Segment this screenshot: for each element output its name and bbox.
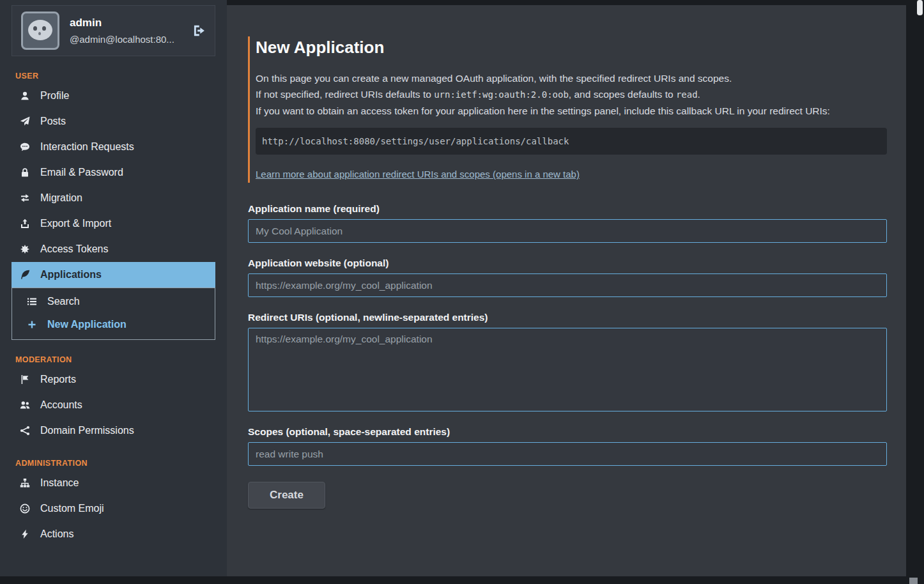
sidebar-item-label: Domain Permissions	[40, 425, 134, 436]
applications-submenu: Search New Application	[12, 288, 215, 340]
sidebar-item-label: Search	[47, 296, 80, 307]
intro-line-3: If you want to obtain an access token fo…	[256, 103, 887, 119]
sidebar-item-domain-permissions[interactable]: Domain Permissions	[12, 418, 215, 443]
intro-line-2-text-a: If not specified, redirect URIs defaults…	[256, 89, 434, 100]
sidebar-nav-administration: Instance Custom Emoji Actions	[12, 470, 215, 547]
sidebar-item-label: Custom Emoji	[40, 503, 104, 514]
section-label-administration: ADMINISTRATION	[15, 459, 215, 468]
scrollbar-thumb[interactable]	[917, 0, 923, 15]
sidebar-nav-user: Profile Posts Interaction Requests Email…	[12, 83, 215, 340]
redirect-uris-field-group: Redirect URIs (optional, newline-separat…	[248, 312, 887, 411]
sidebar-item-migration[interactable]: Migration	[12, 185, 215, 211]
comment-icon	[19, 142, 31, 152]
sidebar-item-interaction-requests[interactable]: Interaction Requests	[12, 134, 215, 160]
lock-icon	[19, 167, 31, 178]
scopes-input[interactable]	[248, 442, 887, 466]
page-title: New Application	[256, 38, 887, 58]
paper-plane-icon	[19, 116, 31, 127]
sidebar-item-label: Export & Import	[40, 218, 111, 229]
user-icon	[19, 91, 31, 101]
scopes-label: Scopes (optional, space-separated entrie…	[248, 426, 887, 438]
callback-url-code-block[interactable]: http://localhost:8080/settings/user/appl…	[256, 128, 887, 155]
scrollbar-corner	[909, 578, 918, 584]
sidebar-item-actions[interactable]: Actions	[12, 521, 215, 547]
application-name-field-group: Application name (required)	[248, 203, 887, 243]
share-nodes-icon	[19, 426, 31, 436]
export-import-icon	[19, 219, 31, 229]
sidebar-item-label: Email & Password	[40, 167, 123, 178]
page-intro: New Application On this page you can cre…	[248, 36, 887, 183]
sidebar-item-label: Instance	[40, 477, 79, 489]
sidebar-item-label: Reports	[40, 374, 76, 385]
user-name: admin	[70, 17, 174, 29]
bolt-icon	[19, 529, 31, 539]
sidebar-item-label: Access Tokens	[40, 243, 108, 255]
intro-line-2: If not specified, redirect URIs defaults…	[256, 86, 887, 103]
redirect-uris-label: Redirect URIs (optional, newline-separat…	[248, 312, 887, 323]
main-content: New Application On this page you can cre…	[227, 5, 906, 576]
user-handle: @admin@localhost:80...	[70, 34, 174, 45]
section-label-user: USER	[15, 72, 215, 81]
sidebar-item-label: Migration	[40, 192, 82, 204]
section-label-moderation: MODERATION	[15, 355, 215, 364]
learn-more-link[interactable]: Learn more about application redirect UR…	[256, 169, 580, 180]
user-card[interactable]: admin @admin@localhost:80...	[12, 5, 215, 56]
sidebar-item-accounts[interactable]: Accounts	[12, 392, 215, 418]
redirect-uris-textarea[interactable]	[248, 328, 887, 411]
avatar	[21, 12, 59, 50]
intro-line-2-text-b: , and scopes defaults to	[569, 89, 676, 100]
exchange-arrows-icon	[19, 193, 31, 203]
application-name-label: Application name (required)	[248, 203, 887, 215]
sidebar-item-new-application[interactable]: New Application	[12, 313, 215, 336]
application-website-label: Application website (optional)	[248, 257, 887, 269]
intro-line-2-text-c: .	[698, 89, 700, 100]
inline-code-read: read	[676, 89, 698, 100]
flag-icon	[19, 374, 31, 385]
sidebar-item-label: New Application	[47, 319, 127, 330]
list-icon	[26, 296, 38, 307]
create-button[interactable]: Create	[248, 482, 325, 509]
app-window: admin @admin@localhost:80... USER Profil…	[0, 0, 924, 584]
sidebar-item-email-password[interactable]: Email & Password	[12, 160, 215, 185]
sidebar-item-custom-emoji[interactable]: Custom Emoji	[12, 496, 215, 521]
sidebar-item-applications[interactable]: Applications	[12, 262, 215, 288]
intro-line-1: On this page you can create a new manage…	[256, 70, 887, 86]
users-icon	[19, 400, 31, 410]
sidebar-item-access-tokens[interactable]: Access Tokens	[12, 236, 215, 262]
sidebar: admin @admin@localhost:80... USER Profil…	[0, 0, 227, 576]
new-application-form: Application name (required) Application …	[248, 203, 887, 509]
feather-icon	[19, 270, 31, 280]
sign-out-icon[interactable]	[192, 24, 206, 38]
sidebar-item-instance[interactable]: Instance	[12, 470, 215, 496]
sidebar-item-posts[interactable]: Posts	[12, 109, 215, 134]
sidebar-item-label: Interaction Requests	[40, 141, 134, 153]
sidebar-item-applications-search[interactable]: Search	[12, 290, 215, 313]
application-website-input[interactable]	[248, 273, 887, 297]
sidebar-item-label: Applications	[40, 269, 102, 280]
sidebar-item-label: Actions	[40, 528, 73, 540]
sidebar-item-label: Accounts	[40, 399, 82, 411]
certificate-icon	[19, 244, 31, 254]
inline-code-oob: urn:ietf:wg:oauth:2.0:oob	[434, 89, 569, 100]
scopes-field-group: Scopes (optional, space-separated entrie…	[248, 426, 887, 466]
sidebar-item-profile[interactable]: Profile	[12, 83, 215, 109]
sidebar-item-reports[interactable]: Reports	[12, 367, 215, 392]
user-info: admin @admin@localhost:80...	[70, 17, 174, 45]
application-name-input[interactable]	[248, 219, 887, 243]
sidebar-item-export-import[interactable]: Export & Import	[12, 211, 215, 236]
sitemap-icon	[19, 478, 31, 488]
application-website-field-group: Application website (optional)	[248, 257, 887, 297]
sidebar-item-label: Posts	[40, 116, 66, 127]
sidebar-nav-moderation: Reports Accounts Domain Permissions	[12, 367, 215, 443]
smile-icon	[19, 503, 31, 514]
sidebar-item-label: Profile	[40, 90, 69, 102]
plus-icon	[26, 319, 38, 330]
